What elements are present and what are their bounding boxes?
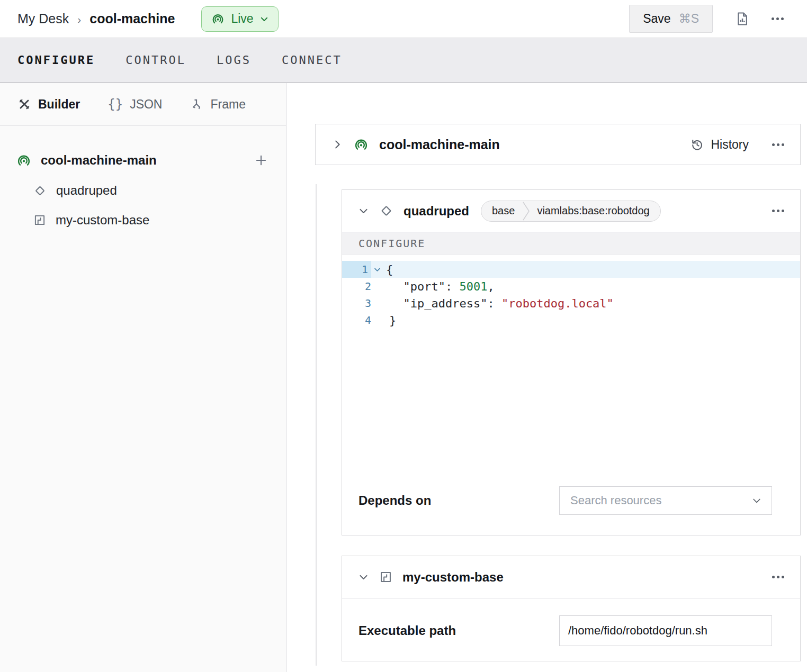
custom-base-card-title: my-custom-base <box>402 570 504 585</box>
machine-tree: cool-machine-main quadruped <box>0 126 286 235</box>
tree-item-label: my-custom-base <box>56 213 149 228</box>
tree-item-label: quadruped <box>56 183 117 198</box>
view-builder[interactable]: Builder <box>17 97 80 112</box>
code-token: 5001 <box>459 280 487 293</box>
history-label: History <box>711 138 749 152</box>
quadruped-card-title: quadruped <box>403 204 469 219</box>
module-icon <box>33 213 47 227</box>
topbar-more-options-button[interactable] <box>772 17 784 20</box>
code-token: "ip_address" <box>389 297 487 310</box>
depends-on-select[interactable]: Search resources <box>559 486 772 515</box>
main-tab-bar: CONFIGURE CONTROL LOGS CONNECT <box>0 38 807 83</box>
live-signal-icon <box>353 137 369 152</box>
code-line[interactable]: 2 "port": 5001, <box>342 278 800 295</box>
badge-separator-icon <box>522 201 531 222</box>
depends-on-label: Depends on <box>358 493 431 508</box>
code-token: , <box>487 280 494 293</box>
code-token: } <box>389 314 396 327</box>
select-placeholder: Search resources <box>570 494 661 507</box>
diamond-component-icon <box>379 203 394 219</box>
configure-section-label: CONFIGURE <box>342 232 800 255</box>
tree-connector-line <box>316 184 317 666</box>
add-component-button[interactable] <box>254 153 268 168</box>
tree-item-my-custom-base[interactable]: my-custom-base <box>0 205 286 235</box>
machine-status-dropdown[interactable]: Live <box>201 6 278 32</box>
breadcrumb-root-link[interactable]: My Desk <box>17 11 69 26</box>
save-button[interactable]: Save ⌘S <box>629 5 713 33</box>
chevron-down-icon <box>751 495 762 506</box>
code-token: { <box>386 263 393 276</box>
tree-item-machine-part[interactable]: cool-machine-main <box>0 145 286 176</box>
line-number: 1 <box>342 261 371 278</box>
code-line[interactable]: 4 } <box>342 312 800 329</box>
badge-type: base <box>481 201 522 221</box>
part-more-options-button[interactable] <box>772 143 784 146</box>
tab-control[interactable]: CONTROL <box>125 53 186 67</box>
tab-logs[interactable]: LOGS <box>217 53 251 67</box>
json-braces-icon: {} <box>107 97 123 112</box>
top-bar: My Desk › cool-machine Live Save ⌘S <box>0 0 807 38</box>
topbar-actions: Save ⌘S <box>629 5 784 33</box>
part-card-title: cool-machine-main <box>379 137 500 152</box>
code-token: "port" <box>389 280 445 293</box>
collapse-custom-base-button[interactable] <box>358 571 369 583</box>
machine-part-name: cool-machine-main <box>41 153 157 168</box>
code-line[interactable]: 3 "ip_address": "robotdog.local" <box>342 295 800 312</box>
document-chart-icon <box>734 11 750 27</box>
history-clock-icon <box>690 138 704 152</box>
config-view-switcher: Builder {} JSON Frame <box>0 83 286 126</box>
chevron-down-icon <box>259 14 269 24</box>
config-main-panel: cool-machine-main History <box>286 83 807 672</box>
tab-configure[interactable]: CONFIGURE <box>17 53 95 67</box>
breadcrumb-separator-icon: › <box>77 12 81 26</box>
code-token: "robotdog.local" <box>501 297 614 310</box>
machine-report-button[interactable] <box>734 11 750 27</box>
config-sidebar: Builder {} JSON Frame <box>0 83 286 672</box>
tree-item-quadruped[interactable]: quadruped <box>0 176 286 205</box>
frame-axes-icon <box>190 97 203 111</box>
quadruped-resource-card: quadruped base viamlabs:base:robotdog CO… <box>342 189 801 535</box>
line-number: 4 <box>342 312 371 329</box>
depends-on-row: Depends on Search resources <box>342 486 800 515</box>
custom-base-resource-card: my-custom-base Executable path <box>342 556 801 661</box>
diamond-component-icon <box>33 184 47 198</box>
view-builder-label: Builder <box>38 97 80 112</box>
save-shortcut-hint: ⌘S <box>679 12 699 26</box>
save-label: Save <box>643 12 670 26</box>
line-number: 2 <box>342 278 371 295</box>
json-attributes-editor[interactable]: 1 { 2 "port": 5001, 3 "ip <box>342 255 800 482</box>
resource-type-badge: base viamlabs:base:robotdog <box>481 201 661 222</box>
code-line[interactable]: 1 { <box>342 261 800 278</box>
code-token: : <box>445 280 460 293</box>
custom-base-card-body: Executable path <box>342 598 800 661</box>
tab-connect[interactable]: CONNECT <box>282 53 342 67</box>
custom-base-more-options-button[interactable] <box>772 576 784 578</box>
live-signal-icon <box>211 12 225 26</box>
breadcrumb-machine-name: cool-machine <box>89 11 175 26</box>
history-button[interactable]: History <box>690 138 749 152</box>
view-frame[interactable]: Frame <box>190 97 245 112</box>
machine-part-card: cool-machine-main History <box>315 124 801 165</box>
builder-tools-icon <box>17 97 31 111</box>
badge-model: viamlabs:base:robotdog <box>531 201 660 221</box>
module-icon <box>379 570 393 584</box>
live-signal-icon <box>16 152 32 168</box>
view-frame-label: Frame <box>210 97 245 112</box>
custom-base-card-header: my-custom-base <box>342 556 800 598</box>
expand-part-card-button[interactable] <box>331 139 343 150</box>
collapse-quadruped-button[interactable] <box>358 205 369 216</box>
code-fold-toggle[interactable] <box>368 261 386 278</box>
view-json-label: JSON <box>130 97 162 112</box>
executable-path-label: Executable path <box>358 623 456 638</box>
quadruped-more-options-button[interactable] <box>772 210 784 212</box>
breadcrumb: My Desk › cool-machine <box>17 11 175 26</box>
code-token: : <box>487 297 501 310</box>
line-number: 3 <box>342 295 371 312</box>
view-json[interactable]: {} JSON <box>107 97 162 112</box>
status-label: Live <box>231 12 253 26</box>
quadruped-card-header: quadruped base viamlabs:base:robotdog <box>342 190 800 232</box>
executable-path-input[interactable] <box>559 615 772 646</box>
